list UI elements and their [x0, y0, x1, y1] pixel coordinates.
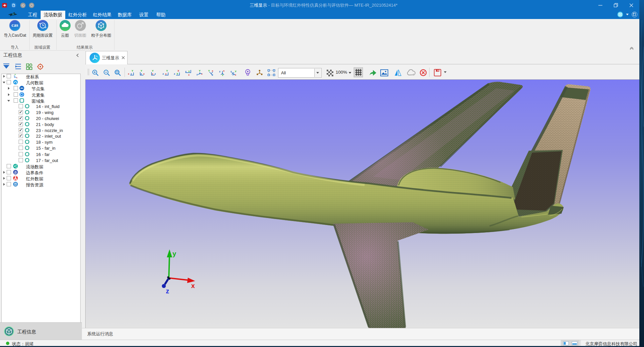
svg-text:Y: Y — [15, 74, 16, 76]
svg-text:x: x — [152, 72, 154, 75]
svg-text:x: x — [223, 69, 225, 72]
svg-text:z: z — [219, 70, 220, 73]
svg-text:z: z — [155, 72, 156, 75]
svg-text:x: x — [165, 72, 167, 75]
svg-text:x: x — [235, 73, 236, 76]
svg-text:Y: Y — [152, 69, 154, 72]
svg-text:y: y — [172, 250, 176, 257]
svg-text:Y: Y — [141, 69, 143, 72]
svg-text:Y: Y — [199, 69, 201, 72]
svg-text:X: X — [177, 69, 179, 72]
svg-text:z: z — [166, 287, 169, 295]
svg-text:z: z — [196, 73, 198, 76]
svg-text:Y: Y — [166, 69, 168, 72]
svg-text:z: z — [131, 72, 132, 75]
svg-text:z: z — [15, 76, 16, 78]
svg-text:x: x — [191, 282, 195, 289]
svg-text:Y: Y — [208, 69, 210, 72]
svg-text:z: z — [141, 72, 142, 75]
svg-text:x: x — [128, 72, 130, 75]
svg-text:z: z — [174, 72, 175, 75]
svg-text:z: z — [230, 70, 232, 73]
svg-text:x: x — [16, 77, 18, 79]
svg-text:Y: Y — [176, 72, 178, 75]
svg-text:Y: Y — [132, 69, 134, 72]
svg-text:Y: Y — [235, 70, 237, 73]
svg-text:x: x — [143, 72, 145, 75]
svg-text:z: z — [162, 72, 164, 75]
svg-text:x: x — [188, 73, 190, 76]
